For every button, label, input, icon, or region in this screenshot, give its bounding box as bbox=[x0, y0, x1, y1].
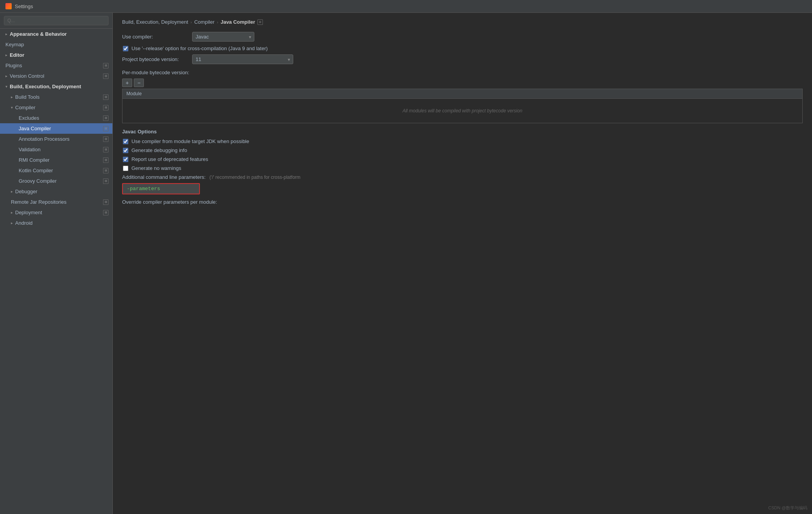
release-option-row[interactable]: Use '--release' option for cross-compila… bbox=[122, 45, 803, 51]
checkbox-row-gen-no-warnings[interactable]: Generate no warnings bbox=[122, 165, 803, 171]
sidebar-pin-build-tools: ⊞ bbox=[103, 94, 108, 100]
release-option-checkbox[interactable] bbox=[123, 46, 128, 51]
sidebar-item-remote-jar[interactable]: Remote Jar Repositories⊞ bbox=[0, 197, 112, 207]
sidebar-label-debugger: Debugger bbox=[15, 189, 108, 194]
release-option-label: Use '--release' option for cross-compila… bbox=[131, 45, 268, 51]
sidebar-item-version-control[interactable]: ▸Version Control⊞ bbox=[0, 71, 112, 81]
per-module-section: Per-module bytecode version: + − Module … bbox=[122, 70, 803, 123]
watermark: CSDN @数学与编码 bbox=[768, 505, 807, 511]
sidebar-arrow-build-tools: ▸ bbox=[11, 95, 13, 99]
sidebar-pin-plugins: ⊞ bbox=[103, 63, 108, 68]
sidebar-label-build-execution: Build, Execution, Deployment bbox=[10, 84, 108, 89]
checkbox-row-use-module-jdk[interactable]: Use compiler from module target JDK when… bbox=[122, 138, 803, 144]
checkbox-use-module-jdk[interactable] bbox=[123, 139, 128, 144]
sidebar-pin-excludes: ⊞ bbox=[103, 115, 108, 121]
module-table-empty: All modules will be compiled with projec… bbox=[122, 99, 803, 123]
sidebar-label-rmi-compiler: RMI Compiler bbox=[19, 157, 101, 163]
breadcrumb: Build, Execution, Deployment › Compiler … bbox=[122, 19, 803, 25]
sidebar-item-plugins[interactable]: Plugins⊞ bbox=[0, 60, 112, 71]
sidebar-arrow-deployment: ▸ bbox=[11, 210, 13, 215]
sidebar-label-keymap: Keymap bbox=[5, 42, 108, 47]
sidebar-item-kotlin-compiler[interactable]: Kotlin Compiler⊞ bbox=[0, 165, 112, 176]
sidebar-item-debugger[interactable]: ▸Debugger bbox=[0, 186, 112, 197]
javac-options-section: Javac Options Use compiler from module t… bbox=[122, 129, 803, 205]
sidebar-pin-kotlin-compiler: ⊞ bbox=[103, 168, 108, 173]
sidebar-label-remote-jar: Remote Jar Repositories bbox=[11, 199, 101, 205]
sidebar-arrow-build-execution: ▾ bbox=[5, 84, 7, 89]
sidebar-arrow-debugger: ▸ bbox=[11, 189, 13, 194]
project-bytecode-row: Project bytecode version: 11 8 17 21 ▼ bbox=[122, 54, 803, 64]
use-compiler-row: Use compiler: Javac Eclipse ▼ bbox=[122, 32, 803, 42]
sidebar-item-compiler[interactable]: ▾Compiler⊞ bbox=[0, 102, 112, 113]
search-box[interactable] bbox=[0, 13, 112, 29]
checkbox-gen-no-warnings[interactable] bbox=[123, 166, 128, 171]
sidebar-items-container: ▸Appearance & BehaviorKeymap▸EditorPlugi… bbox=[0, 29, 112, 228]
additional-params-input[interactable] bbox=[122, 183, 200, 194]
sidebar-item-appearance[interactable]: ▸Appearance & Behavior bbox=[0, 29, 112, 39]
sidebar-item-build-tools[interactable]: ▸Build Tools⊞ bbox=[0, 92, 112, 102]
sidebar-item-android[interactable]: ▸Android bbox=[0, 218, 112, 228]
module-table: Module All modules will be compiled with… bbox=[122, 89, 803, 123]
sidebar-label-java-compiler: Java Compiler bbox=[19, 126, 101, 131]
sidebar-pin-annotation-processors: ⊞ bbox=[103, 136, 108, 142]
sidebar-label-groovy-compiler: Groovy Compiler bbox=[19, 178, 101, 184]
sidebar-item-java-compiler[interactable]: Java Compiler⊞ bbox=[0, 123, 112, 134]
javac-options-title: Javac Options bbox=[122, 129, 803, 135]
use-compiler-dropdown[interactable]: Javac Eclipse bbox=[192, 32, 254, 42]
title-text: Settings bbox=[15, 3, 33, 9]
sidebar-pin-deployment: ⊞ bbox=[103, 210, 108, 215]
sidebar-item-build-execution[interactable]: ▾Build, Execution, Deployment bbox=[0, 81, 112, 92]
sidebar-pin-version-control: ⊞ bbox=[103, 73, 108, 79]
sidebar-label-editor: Editor bbox=[10, 52, 108, 58]
breadcrumb-pin-icon: ⊞ bbox=[257, 19, 263, 25]
module-toolbar: + − bbox=[122, 79, 803, 87]
sidebar-arrow-appearance: ▸ bbox=[5, 32, 7, 36]
sidebar-item-annotation-processors[interactable]: Annotation Processors⊞ bbox=[0, 134, 112, 144]
sidebar-pin-validation: ⊞ bbox=[103, 147, 108, 152]
checkbox-label-use-module-jdk: Use compiler from module target JDK when… bbox=[131, 138, 249, 144]
search-input[interactable] bbox=[4, 16, 108, 25]
breadcrumb-sep1: › bbox=[191, 20, 192, 24]
additional-params-hint: ('/' recommended in paths for cross-plat… bbox=[210, 175, 301, 180]
sidebar-item-rmi-compiler[interactable]: RMI Compiler⊞ bbox=[0, 155, 112, 165]
checkbox-row-gen-debug-info[interactable]: Generate debugging info bbox=[122, 147, 803, 153]
sidebar-arrow-version-control: ▸ bbox=[5, 74, 7, 78]
breadcrumb-current: Java Compiler bbox=[220, 19, 255, 25]
checkbox-label-gen-debug-info: Generate debugging info bbox=[131, 147, 187, 153]
use-compiler-dropdown-wrapper[interactable]: Javac Eclipse ▼ bbox=[192, 32, 254, 42]
sidebar-item-editor[interactable]: ▸Editor bbox=[0, 50, 112, 60]
checkbox-report-deprecated[interactable] bbox=[123, 157, 128, 162]
breadcrumb-part1: Build, Execution, Deployment bbox=[122, 19, 188, 25]
sidebar-label-annotation-processors: Annotation Processors bbox=[19, 136, 101, 142]
javac-checkboxes-container: Use compiler from module target JDK when… bbox=[122, 138, 803, 171]
breadcrumb-part2: Compiler bbox=[194, 19, 214, 25]
sidebar-pin-groovy-compiler: ⊞ bbox=[103, 178, 108, 184]
sidebar: ▸Appearance & BehaviorKeymap▸EditorPlugi… bbox=[0, 13, 113, 514]
add-module-button[interactable]: + bbox=[122, 79, 132, 87]
main-layout: ▸Appearance & BehaviorKeymap▸EditorPlugi… bbox=[0, 13, 812, 514]
sidebar-pin-rmi-compiler: ⊞ bbox=[103, 157, 108, 163]
sidebar-label-deployment: Deployment bbox=[15, 210, 101, 215]
app-icon bbox=[5, 3, 12, 9]
sidebar-label-build-tools: Build Tools bbox=[15, 94, 101, 100]
sidebar-arrow-android: ▸ bbox=[11, 221, 13, 225]
sidebar-item-validation[interactable]: Validation⊞ bbox=[0, 144, 112, 155]
additional-params-label: Additional command line parameters: bbox=[122, 174, 206, 180]
sidebar-label-kotlin-compiler: Kotlin Compiler bbox=[19, 168, 101, 173]
remove-module-button[interactable]: − bbox=[134, 79, 144, 87]
project-bytecode-dropdown-wrapper[interactable]: 11 8 17 21 ▼ bbox=[192, 54, 293, 64]
use-compiler-label: Use compiler: bbox=[122, 34, 188, 40]
sidebar-item-groovy-compiler[interactable]: Groovy Compiler⊞ bbox=[0, 176, 112, 186]
sidebar-label-android: Android bbox=[15, 220, 108, 226]
checkbox-gen-debug-info[interactable] bbox=[123, 148, 128, 153]
sidebar-label-version-control: Version Control bbox=[10, 73, 101, 79]
sidebar-label-excludes: Excludes bbox=[19, 115, 101, 121]
content-panel: Build, Execution, Deployment › Compiler … bbox=[113, 13, 812, 514]
additional-params-row: Additional command line parameters: ('/'… bbox=[122, 174, 803, 180]
checkbox-row-report-deprecated[interactable]: Report use of deprecated features bbox=[122, 156, 803, 162]
project-bytecode-dropdown[interactable]: 11 8 17 21 bbox=[192, 54, 293, 64]
sidebar-item-excludes[interactable]: Excludes⊞ bbox=[0, 113, 112, 123]
project-bytecode-label: Project bytecode version: bbox=[122, 56, 188, 62]
sidebar-item-keymap[interactable]: Keymap bbox=[0, 39, 112, 50]
sidebar-item-deployment[interactable]: ▸Deployment⊞ bbox=[0, 207, 112, 218]
